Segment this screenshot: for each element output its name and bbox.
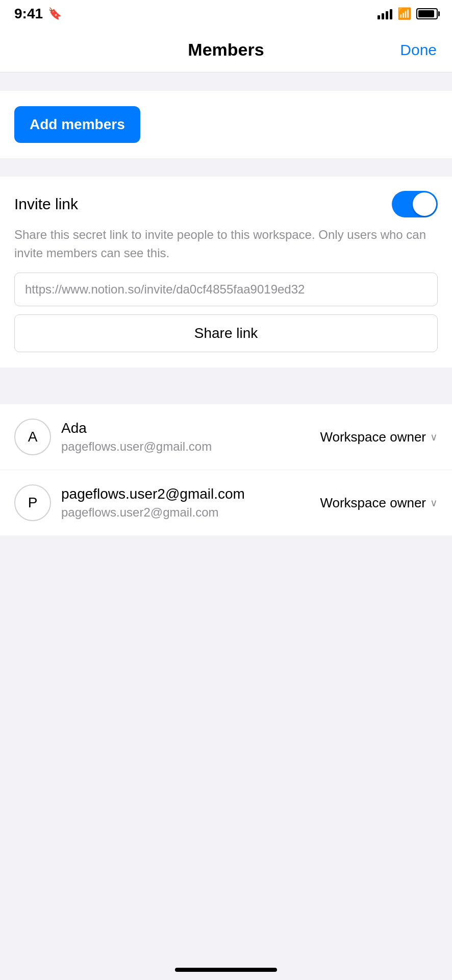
add-members-section: Add members — [0, 91, 452, 158]
member-name-ada: Ada — [61, 420, 320, 436]
separator-members — [0, 368, 452, 386]
separator-mid — [0, 158, 452, 177]
signal-bars-icon — [378, 8, 392, 19]
home-indicator — [175, 968, 277, 972]
member-role-ada[interactable]: Workspace owner ∨ — [320, 429, 438, 445]
member-email-pageflows2: pageflows.user2@gmail.com — [61, 505, 320, 520]
member-info-pageflows2: pageflows.user2@gmail.com pageflows.user… — [61, 486, 320, 520]
members-section: A Ada pageflows.user@gmail.com Workspace… — [0, 404, 452, 535]
toggle-thumb — [413, 192, 436, 216]
avatar-pageflows2: P — [14, 484, 51, 521]
member-item-ada: A Ada pageflows.user@gmail.com Workspace… — [0, 404, 452, 470]
nav-bar: Members Done — [0, 28, 452, 72]
member-email-ada: pageflows.user@gmail.com — [61, 439, 320, 454]
wifi-icon: 📶 — [397, 7, 411, 20]
page-title: Members — [188, 40, 264, 60]
status-time: 9:41 — [14, 6, 43, 22]
invite-link-input[interactable] — [14, 273, 438, 306]
separator-top — [0, 72, 452, 91]
member-role-pageflows2[interactable]: Workspace owner ∨ — [320, 495, 438, 511]
status-bar: 9:41 🔖 📶 — [0, 0, 452, 28]
member-role-text-pageflows2: Workspace owner — [320, 495, 426, 511]
bookmark-icon: 🔖 — [48, 7, 62, 20]
member-role-text-ada: Workspace owner — [320, 429, 426, 445]
share-link-button[interactable]: Share link — [14, 314, 438, 352]
invite-link-toggle[interactable] — [392, 191, 438, 217]
member-item-pageflows2: P pageflows.user2@gmail.com pageflows.us… — [0, 470, 452, 535]
chevron-down-icon-pageflows2: ∨ — [430, 497, 438, 509]
invite-link-title: Invite link — [14, 195, 78, 213]
chevron-down-icon-ada: ∨ — [430, 431, 438, 443]
add-members-button[interactable]: Add members — [14, 106, 140, 143]
member-info-ada: Ada pageflows.user@gmail.com — [61, 420, 320, 454]
invite-link-section: Invite link Share this secret link to in… — [0, 177, 452, 368]
invite-link-description: Share this secret link to invite people … — [14, 226, 438, 262]
invite-link-header: Invite link — [14, 191, 438, 217]
status-icons: 📶 — [378, 7, 438, 20]
avatar-ada: A — [14, 419, 51, 455]
member-name-pageflows2: pageflows.user2@gmail.com — [61, 486, 320, 502]
done-button[interactable]: Done — [400, 41, 437, 59]
battery-icon — [416, 8, 438, 19]
